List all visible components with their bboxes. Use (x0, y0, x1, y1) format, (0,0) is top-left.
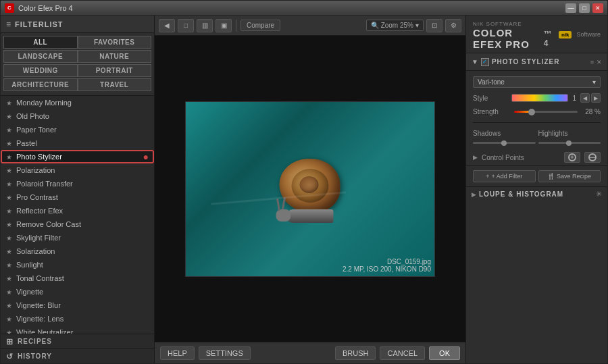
section-menu-icon[interactable]: ≡ (590, 59, 594, 66)
filter-item-white-neutralizer[interactable]: ★ White Neutralizer (1, 326, 154, 334)
strength-slider-thumb[interactable] (528, 109, 535, 115)
history-icon: ↺ (6, 352, 14, 361)
loupe-settings-icon[interactable]: ✳ (596, 190, 602, 199)
settings-button[interactable]: ⚙ (445, 19, 461, 32)
tab-portrait[interactable]: PORTRAIT (78, 64, 152, 77)
loupe-header[interactable]: ▶ LOUPE & HISTOGRAM ✳ (466, 187, 607, 201)
variton-dropdown[interactable]: Vari-tone ▾ (473, 76, 601, 88)
menu-icon: ≡ (6, 20, 11, 29)
filter-item-solarization[interactable]: ★ Solarization (1, 244, 154, 258)
shadows-slider-thumb[interactable] (501, 140, 507, 146)
add-control-point-button[interactable]: + (564, 152, 580, 163)
shadows-label: Shadows (473, 130, 536, 137)
maximize-button[interactable]: □ (579, 3, 590, 13)
toolbar-separator (236, 20, 236, 32)
photo-snail (280, 159, 368, 226)
tab-architecture[interactable]: ARCHITECTURE (3, 78, 78, 91)
filter-item-polarization[interactable]: ★ Polarization (1, 163, 154, 177)
canvas-area: DSC_0159.jpg 2.2 MP, ISO 200, NIKON D90 (155, 36, 465, 342)
product-name: COLOR EFEX PRO (473, 27, 542, 50)
right-panel: Nik Software COLOR EFEX PRO ™ 4 nik Soft… (465, 16, 607, 363)
style-color-bar[interactable] (511, 94, 568, 102)
tab-all[interactable]: ALL (3, 36, 78, 49)
compare-button[interactable]: Compare (240, 20, 280, 31)
filter-label: Photo Stylizer (16, 153, 62, 161)
filter-item-pro-contrast[interactable]: ★ Pro Contrast (1, 190, 154, 204)
star-icon: ★ (6, 140, 12, 147)
history-section[interactable]: ↺ HISTORY (1, 348, 154, 363)
filter-item-photo-stylizer[interactable]: ★ Photo Stylizer ● (1, 150, 154, 163)
single-view-button[interactable]: □ (178, 19, 194, 32)
filter-item-polaroid-transfer[interactable]: ★ Polaroid Transfer (1, 177, 154, 190)
filter-item-paper-toner[interactable]: ★ Paper Toner (1, 123, 154, 136)
zoom-fit-button[interactable]: ⊡ (426, 19, 442, 32)
star-icon: ★ (6, 99, 12, 107)
close-button[interactable]: ✕ (592, 3, 603, 13)
save-recipe-button[interactable]: 🍴 Save Recipe (538, 170, 601, 182)
shadows-slider[interactable] (473, 142, 536, 144)
tab-landscape[interactable]: LANDSCAPE (3, 50, 78, 63)
nav-left-button[interactable]: ◀ (159, 19, 175, 32)
star-icon: ★ (6, 288, 12, 296)
control-points-row: ▶ Control Points + — (466, 149, 607, 166)
highlights-slider-thumb[interactable] (566, 140, 572, 146)
cancel-button[interactable]: CANCEL (380, 346, 425, 360)
nik-badge: nik (559, 31, 572, 38)
split-view-button[interactable]: ▥ (197, 19, 213, 32)
filter-item-pastel[interactable]: ★ Pastel (1, 136, 154, 150)
add-filter-button[interactable]: + + Add Filter (473, 170, 536, 182)
filter-item-tonal-contrast[interactable]: ★ Tonal Contrast (1, 271, 154, 285)
brush-button[interactable]: BRUSH (335, 346, 376, 360)
filter-item-reflector-efex[interactable]: ★ Reflector Efex (1, 204, 154, 217)
star-icon: ★ (6, 261, 12, 269)
strength-row: Strength 28 % (473, 108, 601, 115)
star-icon: ★ (6, 194, 12, 201)
star-icon: ★ (6, 329, 12, 334)
controls-area: Vari-tone ▾ Style 1 ◀ ▶ Strength (466, 71, 607, 149)
control-points-label: Control Points (482, 154, 560, 161)
photo-caption: DSC_0159.jpg 2.2 MP, ISO 200, NIKON D90 (343, 258, 431, 273)
section-enable-checkbox[interactable]: ✓ (481, 58, 489, 66)
filter-item-vignette-blur[interactable]: ★ Vignette: Blur (1, 298, 154, 312)
tab-favorites[interactable]: FAVORITES (78, 36, 152, 49)
section-title: PHOTO STYLIZER (492, 58, 588, 66)
filter-label: Tonal Contrast (16, 274, 64, 282)
help-button[interactable]: HELP (160, 346, 195, 360)
photo-filename: DSC_0159.jpg (343, 258, 431, 265)
tab-nature[interactable]: NATURE (78, 50, 152, 63)
filter-item-skylight-filter[interactable]: ★ Skylight Filter (1, 231, 154, 244)
filter-item-vignette[interactable]: ★ Vignette (1, 285, 154, 298)
product-tm: ™ 4 (544, 29, 554, 48)
recipes-section[interactable]: ⊞ RECIPES (1, 334, 154, 348)
filter-item-remove-color-cast[interactable]: ★ Remove Color Cast (1, 217, 154, 231)
highlights-slider[interactable] (538, 142, 601, 144)
highlights-label: Highlights (538, 130, 601, 137)
recipes-label: RECIPES (18, 338, 52, 345)
filter-label: Paper Toner (16, 126, 57, 134)
strength-slider[interactable] (514, 111, 578, 113)
filter-item-vignette-lens[interactable]: ★ Vignette: Lens (1, 312, 154, 326)
filter-item-old-photo[interactable]: ★ Old Photo (1, 109, 154, 123)
tab-travel[interactable]: TRAVEL (78, 78, 152, 91)
filter-item-sunlight[interactable]: ★ Sunlight (1, 258, 154, 271)
dual-view-button[interactable]: ▣ (216, 19, 232, 32)
filter-label: White Neutralizer (16, 328, 73, 334)
filter-label: Polaroid Transfer (16, 180, 73, 188)
style-next-button[interactable]: ▶ (591, 93, 601, 103)
save-recipe-label: 🍴 Save Recipe (547, 173, 591, 180)
style-prev-button[interactable]: ◀ (580, 93, 590, 103)
remove-control-point-button[interactable]: — (584, 152, 601, 163)
loupe-title: LOUPE & HISTOGRAM (479, 190, 593, 198)
expand-icon[interactable]: ▼ (472, 58, 478, 66)
category-tabs: ALL FAVORITES LANDSCAPE NATURE WEDDING P… (1, 33, 154, 96)
filter-item-monday-morning[interactable]: ★ Monday Morning (1, 96, 154, 109)
filter-label: Remove Color Cast (16, 220, 81, 228)
ok-button[interactable]: OK (429, 346, 460, 360)
settings-button-bottom[interactable]: SETTINGS (199, 346, 251, 360)
tab-wedding[interactable]: WEDDING (3, 64, 78, 77)
minimize-button[interactable]: — (565, 3, 576, 13)
app-icon: C (5, 3, 14, 13)
section-close-icon[interactable]: ✕ (597, 59, 602, 66)
star-icon: ★ (6, 113, 12, 120)
cp-expand-icon[interactable]: ▶ (473, 154, 478, 161)
